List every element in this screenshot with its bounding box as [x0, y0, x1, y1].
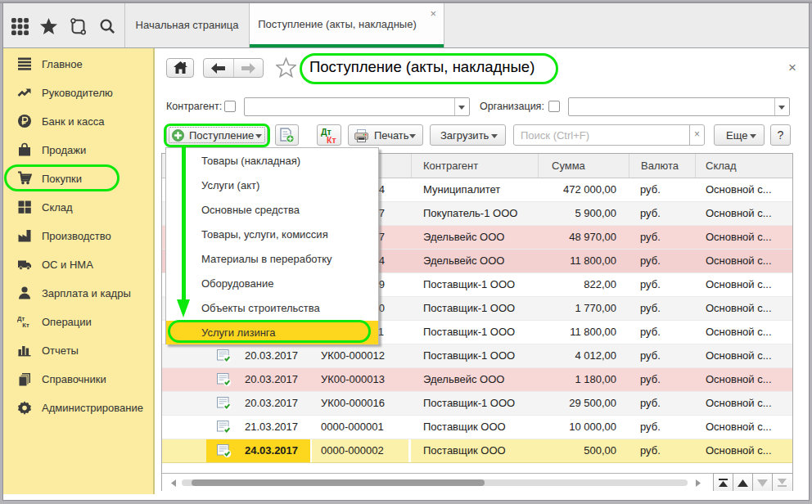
svg-text:Кт: Кт: [22, 322, 29, 329]
